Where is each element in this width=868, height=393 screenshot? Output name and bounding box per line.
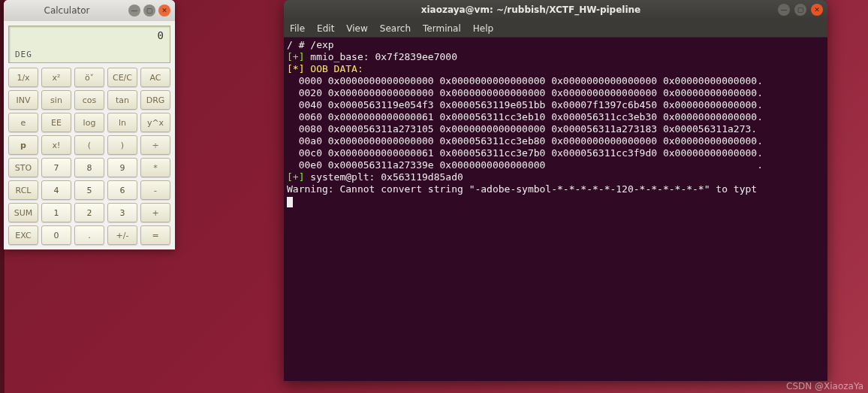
calc-key-7[interactable]: 7 bbox=[41, 158, 71, 177]
terminal-title: xiaozaya@vm: ~/rubbish/XCTF_HW-pipeline bbox=[288, 5, 773, 15]
calc-key-sto[interactable]: STO bbox=[8, 158, 38, 177]
close-button[interactable]: ✕ bbox=[811, 4, 823, 16]
calc-key-0[interactable]: 0 bbox=[41, 225, 71, 245]
calc-key-[interactable]: +/- bbox=[107, 225, 137, 245]
calc-key-6[interactable]: 6 bbox=[107, 180, 137, 200]
calculator-titlebar[interactable]: Calculator — ▢ ✕ bbox=[4, 0, 175, 21]
calc-key-[interactable]: + bbox=[140, 203, 170, 222]
menu-edit[interactable]: Edit bbox=[317, 23, 334, 34]
terminal-window: xiaozaya@vm: ~/rubbish/XCTF_HW-pipeline … bbox=[284, 0, 827, 381]
calc-key-[interactable]: . bbox=[74, 225, 104, 245]
menu-file[interactable]: File bbox=[290, 23, 305, 34]
terminal-cursor bbox=[287, 197, 293, 207]
calc-key-e[interactable]: e bbox=[8, 113, 38, 132]
calc-key-1[interactable]: 1 bbox=[41, 203, 71, 222]
maximize-button[interactable]: ▢ bbox=[143, 5, 155, 17]
menu-view[interactable]: View bbox=[346, 23, 367, 34]
calc-key-p[interactable]: p bbox=[8, 135, 38, 155]
calc-key-4[interactable]: 4 bbox=[41, 180, 71, 200]
calculator-keypad: 1/xx²ö˅CE/CACINVsincostanDRGeEEloglny^xp… bbox=[8, 68, 170, 245]
calc-key-rcl[interactable]: RCL bbox=[8, 180, 38, 200]
terminal-output[interactable]: / # /exp [+] mmio_base: 0x7f2839ee7000 [… bbox=[284, 38, 827, 381]
calc-key-ln[interactable]: ln bbox=[107, 113, 137, 132]
calc-key-inv[interactable]: INV bbox=[8, 90, 38, 110]
calc-key-[interactable]: ÷ bbox=[140, 135, 170, 155]
terminal-menubar: File Edit View Search Terminal Help bbox=[284, 20, 827, 38]
calculator-display: 0 DEG bbox=[8, 26, 170, 63]
terminal-titlebar[interactable]: xiaozaya@vm: ~/rubbish/XCTF_HW-pipeline … bbox=[284, 0, 827, 20]
close-button[interactable]: ✕ bbox=[158, 5, 170, 17]
calc-key-2[interactable]: 2 bbox=[74, 203, 104, 222]
calc-key-[interactable]: - bbox=[140, 180, 170, 200]
calc-key-[interactable]: ) bbox=[107, 135, 137, 155]
calc-key-[interactable]: ( bbox=[74, 135, 104, 155]
calc-key-sin[interactable]: sin bbox=[41, 90, 71, 110]
calc-key-[interactable]: * bbox=[140, 158, 170, 177]
calc-key-1x[interactable]: 1/x bbox=[8, 68, 38, 87]
menu-search[interactable]: Search bbox=[380, 23, 411, 34]
calc-key-tan[interactable]: tan bbox=[107, 90, 137, 110]
calc-key-5[interactable]: 5 bbox=[74, 180, 104, 200]
calc-key-exc[interactable]: EXC bbox=[8, 225, 38, 245]
display-mode: DEG bbox=[15, 50, 164, 59]
calc-key-[interactable]: ö˅ bbox=[74, 68, 104, 87]
maximize-button[interactable]: ▢ bbox=[794, 4, 806, 16]
calc-key-yx[interactable]: y^x bbox=[140, 113, 170, 132]
calc-key-[interactable]: = bbox=[140, 225, 170, 245]
calculator-title: Calculator bbox=[8, 5, 125, 16]
calc-key-drg[interactable]: DRG bbox=[140, 90, 170, 110]
minimize-button[interactable]: — bbox=[128, 5, 140, 17]
calc-key-x[interactable]: x² bbox=[41, 68, 71, 87]
calculator-body: 0 DEG 1/xx²ö˅CE/CACINVsincostanDRGeEElog… bbox=[4, 21, 175, 249]
calc-key-log[interactable]: log bbox=[74, 113, 104, 132]
calc-key-9[interactable]: 9 bbox=[107, 158, 137, 177]
calc-key-ac[interactable]: AC bbox=[140, 68, 170, 87]
calc-key-cec[interactable]: CE/C bbox=[107, 68, 137, 87]
calc-key-8[interactable]: 8 bbox=[74, 158, 104, 177]
minimize-button[interactable]: — bbox=[778, 4, 790, 16]
display-value: 0 bbox=[15, 29, 164, 41]
calc-key-sum[interactable]: SUM bbox=[8, 203, 38, 222]
menu-terminal[interactable]: Terminal bbox=[423, 23, 461, 34]
calc-key-ee[interactable]: EE bbox=[41, 113, 71, 132]
calc-key-cos[interactable]: cos bbox=[74, 90, 104, 110]
calc-key-3[interactable]: 3 bbox=[107, 203, 137, 222]
calculator-window: Calculator — ▢ ✕ 0 DEG 1/xx²ö˅CE/CACINVs… bbox=[4, 0, 175, 249]
menu-help[interactable]: Help bbox=[473, 23, 493, 34]
calc-key-x[interactable]: x! bbox=[41, 135, 71, 155]
watermark: CSDN @XiaozaYa bbox=[786, 381, 863, 391]
